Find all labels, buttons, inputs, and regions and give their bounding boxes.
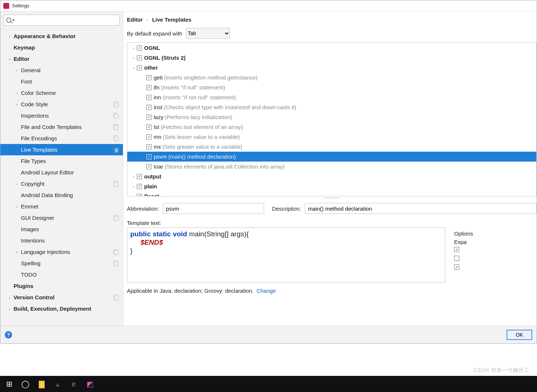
explorer-icon[interactable]: ▇ [35, 378, 48, 390]
sidebar-item-general[interactable]: ›General [0, 64, 123, 76]
sidebar-item-copyright[interactable]: ›Copyright [0, 178, 123, 189]
template-checkbox[interactable] [146, 164, 151, 169]
template-row[interactable]: inst (Checks object type with instanceof… [127, 102, 536, 112]
template-row[interactable]: ⌄other [127, 63, 536, 73]
sidebar-item-editor[interactable]: ⌄Editor [0, 53, 123, 64]
taskbar[interactable]: ⊞ ◯ ▇ ⟁ e ◩ [0, 376, 537, 392]
sidebar-item-version-control[interactable]: ›Version Control [0, 292, 123, 303]
template-checkbox[interactable] [146, 154, 151, 159]
template-row[interactable]: geti (Inserts singleton method getInstan… [127, 73, 536, 82]
abbreviation-input[interactable] [163, 203, 264, 214]
template-row[interactable]: ›React [127, 191, 536, 196]
expand-icon[interactable]: › [15, 68, 19, 73]
sidebar-item-live-templates[interactable]: Live Templates [0, 144, 123, 155]
options-expand-label: Expa [454, 239, 537, 245]
settings-tree[interactable]: ›Appearance & BehaviorKeymap⌄Editor›Gene… [0, 29, 123, 326]
option-row[interactable] [454, 245, 537, 254]
expand-icon[interactable]: › [8, 295, 11, 300]
sidebar-item-inspections[interactable]: Inspections [0, 110, 123, 121]
template-checkbox[interactable] [137, 174, 142, 179]
change-link[interactable]: Change [256, 288, 276, 294]
expand-icon[interactable]: › [15, 182, 19, 186]
expand-select[interactable]: Tab [186, 28, 230, 39]
template-row[interactable]: lst (Fetches last element of an array) [127, 122, 536, 132]
template-row[interactable]: ›output [127, 171, 536, 181]
sidebar-item-android-layout-editor[interactable]: Android Layout Editor [0, 167, 123, 178]
template-checkbox[interactable] [146, 144, 151, 149]
sidebar-item-plugins[interactable]: Plugins [0, 280, 123, 292]
sidebar-item-font[interactable]: Font [0, 76, 123, 87]
cortana-icon[interactable]: ◯ [19, 378, 32, 390]
expand-icon[interactable]: › [8, 34, 11, 38]
expand-icon[interactable]: › [131, 56, 136, 60]
template-checkbox[interactable] [137, 194, 142, 197]
sidebar-item-appearance-behavior[interactable]: ›Appearance & Behavior [0, 30, 123, 42]
sidebar-item-intentions[interactable]: Intentions [0, 235, 123, 246]
split-grip[interactable] [127, 196, 537, 199]
sidebar-item-images[interactable]: Images [0, 223, 123, 235]
option-checkbox[interactable] [454, 265, 459, 270]
template-checkbox[interactable] [146, 115, 151, 120]
breadcrumb-root[interactable]: Editor [127, 16, 143, 23]
sidebar-item-spelling[interactable]: Spelling [0, 258, 123, 269]
option-checkbox[interactable] [454, 247, 459, 252]
sidebar-item-keymap[interactable]: Keymap [0, 42, 123, 53]
description-input[interactable] [305, 203, 537, 214]
template-checkbox[interactable] [146, 85, 151, 90]
template-checkbox[interactable] [137, 65, 142, 70]
template-checkbox[interactable] [146, 125, 151, 130]
template-row[interactable]: ›OGNL (Struts 2) [127, 53, 536, 63]
template-row[interactable]: ›OGNL [127, 43, 536, 53]
expand-icon[interactable]: › [15, 91, 19, 95]
template-checkbox[interactable] [146, 75, 151, 80]
sidebar-item-file-and-code-templates[interactable]: File and Code Templates [0, 121, 123, 133]
expand-icon[interactable]: › [131, 46, 136, 50]
expand-icon[interactable]: › [8, 307, 11, 311]
template-row[interactable]: toar (Stores elements of java.util.Colle… [127, 162, 536, 171]
sidebar-item-label: Font [21, 78, 32, 85]
expand-icon[interactable]: ⌄ [8, 56, 11, 61]
ok-button[interactable]: OK [507, 330, 532, 340]
option-row[interactable] [454, 263, 537, 271]
template-row[interactable]: psvm (main() method declaration) [127, 152, 536, 162]
template-row[interactable]: lazy (Performs lazy initialization) [127, 112, 536, 122]
template-checkbox[interactable] [146, 134, 151, 140]
template-row[interactable]: ifn (Inserts "if null" statement) [127, 82, 536, 92]
intellij-icon[interactable]: ◩ [84, 378, 96, 390]
template-row[interactable]: mx (Sets greater value to a variable) [127, 142, 536, 152]
templates-tree[interactable]: ›OGNL›OGNL (Struts 2)⌄othergeti (Inserts… [127, 42, 537, 196]
template-checkbox[interactable] [137, 55, 142, 60]
option-checkbox[interactable] [454, 256, 459, 261]
vscode-icon[interactable]: ⟁ [51, 378, 64, 390]
template-checkbox[interactable] [146, 95, 151, 100]
option-row[interactable] [454, 254, 537, 263]
scheme-icon [113, 260, 118, 266]
expand-icon[interactable]: ⌄ [131, 65, 136, 70]
template-checkbox[interactable] [137, 45, 142, 51]
template-row[interactable]: inn (Inserts "if not null" statement) [127, 92, 536, 102]
edge-icon[interactable]: e [67, 378, 80, 390]
expand-icon[interactable]: › [131, 174, 136, 179]
expand-icon[interactable]: › [15, 102, 19, 107]
help-icon[interactable]: ? [5, 331, 12, 339]
start-icon[interactable]: ⊞ [3, 378, 15, 390]
sidebar-item-language-injections[interactable]: ›Language Injections [0, 246, 123, 258]
expand-icon[interactable]: › [131, 184, 136, 189]
sidebar-item-file-encodings[interactable]: File Encodings [0, 133, 123, 144]
template-row[interactable]: ›plain [127, 181, 536, 191]
sidebar-item-code-style[interactable]: ›Code Style [0, 99, 123, 110]
template-checkbox[interactable] [146, 105, 151, 110]
template-text-editor[interactable]: public static void main(String[] args){ … [127, 228, 445, 282]
sidebar-item-gui-designer[interactable]: GUI Designer [0, 212, 123, 223]
sidebar-item-color-scheme[interactable]: ›Color Scheme [0, 87, 123, 99]
search-input[interactable] [4, 15, 120, 26]
sidebar-item-emmet[interactable]: ›Emmet [0, 201, 123, 212]
template-row[interactable]: mn (Sets lesser value to a variable) [127, 132, 536, 142]
sidebar-item-build-execution-deployment[interactable]: ›Build, Execution, Deployment [0, 303, 123, 314]
expand-icon[interactable]: › [15, 250, 19, 254]
sidebar-item-file-types[interactable]: File Types [0, 155, 123, 167]
template-checkbox[interactable] [137, 184, 142, 189]
expand-icon[interactable]: › [15, 204, 19, 209]
sidebar-item-todo[interactable]: TODO [0, 269, 123, 280]
sidebar-item-android-data-binding[interactable]: Android Data Binding [0, 189, 123, 201]
